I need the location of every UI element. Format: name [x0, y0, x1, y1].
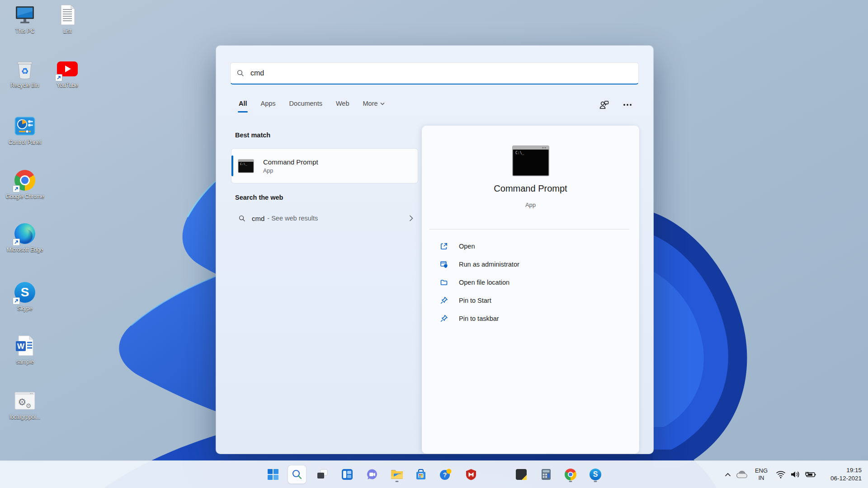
desktop-icon-label: Recycle Bin [10, 82, 39, 89]
web-query: cmd [252, 215, 264, 222]
tab-all[interactable]: All [239, 100, 247, 113]
desktop-icon-recycle-bin[interactable]: ♻ Recycle Bin [4, 58, 46, 89]
chat-button[interactable] [363, 465, 381, 483]
more-options-icon[interactable] [622, 99, 633, 111]
this-pc-icon [14, 4, 36, 26]
pin-icon [440, 296, 448, 305]
mcafee-button[interactable] [462, 465, 480, 483]
search-the-web-header: Search the web [235, 194, 283, 201]
widgets-button[interactable] [338, 465, 356, 483]
youtube-icon [56, 58, 79, 80]
desktop-icon-label: YouTube [57, 82, 78, 89]
result-title: Command Prompt [263, 158, 318, 166]
cloud-icon [736, 470, 748, 479]
web-search-result[interactable]: cmd - See web results [231, 206, 418, 230]
svg-text:?: ? [443, 471, 447, 479]
cmd-app-icon: C:\_ [238, 159, 254, 173]
tray-overflow-button[interactable] [722, 465, 734, 483]
desktop-icon-sample[interactable]: W sample [4, 334, 46, 365]
desktop-icon-label: sample [16, 359, 34, 365]
file-explorer-icon [391, 469, 403, 480]
open-icon [440, 242, 448, 250]
svg-text:⚙: ⚙ [18, 397, 27, 408]
desktop-icon-label: This PC [15, 28, 35, 34]
svg-text:C:\_: C:\_ [240, 162, 247, 166]
language-indicator[interactable]: ENG IN [751, 465, 771, 484]
volume-tray-button[interactable] [788, 465, 802, 483]
document-icon [56, 4, 79, 26]
desktop-icon-localgrppol[interactable]: ⚙ ⚙ localgrppol... [4, 389, 46, 420]
action-run-as-administrator[interactable]: Run as administrator [422, 255, 639, 273]
battery-tray-button[interactable] [803, 465, 817, 483]
desktop-icon-skype[interactable]: S Skype [4, 281, 46, 312]
recycle-bin-icon: ♻ [14, 58, 36, 80]
chevron-down-icon [380, 102, 385, 105]
desktop-icon-list[interactable]: List [46, 4, 89, 34]
tab-web[interactable]: Web [336, 100, 349, 113]
shortcut-arrow-icon [13, 297, 20, 305]
file-explorer-button[interactable] [388, 465, 406, 483]
desktop-icon-google-chrome[interactable]: Google Chrome [4, 169, 46, 200]
get-help-button[interactable]: ? [437, 465, 455, 483]
skype-taskbar-button[interactable]: S [586, 465, 604, 483]
shortcut-arrow-icon [55, 74, 62, 81]
notes-app-button[interactable] [512, 465, 530, 483]
search-box[interactable] [230, 62, 639, 84]
mcafee-shield-icon [465, 469, 477, 480]
desktop-icon-this-pc[interactable]: This PC [4, 4, 46, 34]
control-panel-icon [14, 115, 36, 137]
search-icon [237, 70, 244, 77]
desktop-icon-control-panel[interactable]: Control Panel [4, 115, 46, 145]
windows-start-icon [267, 469, 279, 480]
wifi-icon [776, 470, 786, 479]
microsoft-store-button[interactable] [412, 465, 430, 483]
selection-accent-bar [231, 155, 233, 176]
search-taskbar-button[interactable] [288, 465, 306, 483]
word-document-icon: W [14, 334, 36, 357]
region-code: IN [759, 474, 764, 482]
skype-icon: S [14, 281, 36, 304]
taskbar-clock[interactable]: 19:15 06-12-2021 [816, 465, 862, 484]
desktop-icon-youtube[interactable]: YouTube [46, 58, 89, 89]
details-title: Command Prompt [422, 183, 639, 194]
folder-icon [440, 278, 448, 286]
action-pin-to-taskbar[interactable]: Pin to taskbar [422, 310, 639, 328]
chrome-taskbar-button[interactable] [561, 465, 580, 483]
search-flyout-panel: All Apps Documents Web More [216, 45, 654, 454]
running-indicator [396, 481, 399, 482]
svg-text:C:\_: C:\_ [515, 151, 524, 155]
action-open-file-location[interactable]: Open file location [422, 273, 639, 291]
search-input[interactable] [250, 69, 632, 78]
tab-documents[interactable]: Documents [289, 100, 322, 113]
action-list: Open Run as administrator Open file loca… [422, 237, 639, 328]
running-indicator [594, 481, 597, 482]
chrome-icon [14, 169, 36, 192]
task-view-icon [316, 469, 328, 480]
start-button[interactable] [264, 465, 282, 483]
onedrive-tray-button[interactable] [734, 465, 750, 483]
taskbar: ? [0, 460, 868, 488]
tray-time: 19:15 [846, 466, 862, 474]
action-open[interactable]: Open [422, 237, 639, 255]
svg-text:⚙: ⚙ [26, 402, 32, 409]
calculator-icon [541, 469, 551, 480]
desktop-icon-label: Control Panel [9, 139, 42, 145]
calculator-button[interactable] [537, 465, 555, 483]
wifi-tray-button[interactable] [774, 465, 788, 483]
result-subtitle: App [263, 168, 318, 174]
best-match-result-command-prompt[interactable]: C:\_ Command Prompt App [231, 149, 418, 183]
search-icon [292, 469, 302, 480]
account-feedback-icon[interactable] [598, 99, 610, 111]
svg-text:♻: ♻ [21, 66, 28, 76]
run-admin-icon [440, 260, 448, 268]
running-indicator [569, 481, 572, 482]
result-details-pane: C:\_ Command Prompt App Open [422, 126, 639, 454]
volume-icon [790, 470, 800, 479]
action-pin-to-start[interactable]: Pin to Start [422, 291, 639, 310]
search-filter-tabs: All Apps Documents Web More [239, 100, 385, 113]
task-view-button[interactable] [313, 465, 331, 483]
desktop-icon-microsoft-edge[interactable]: Microsoft Edge [4, 222, 46, 253]
tab-apps[interactable]: Apps [261, 100, 276, 113]
web-suffix: - See web results [267, 215, 318, 222]
tab-more[interactable]: More [363, 100, 385, 113]
